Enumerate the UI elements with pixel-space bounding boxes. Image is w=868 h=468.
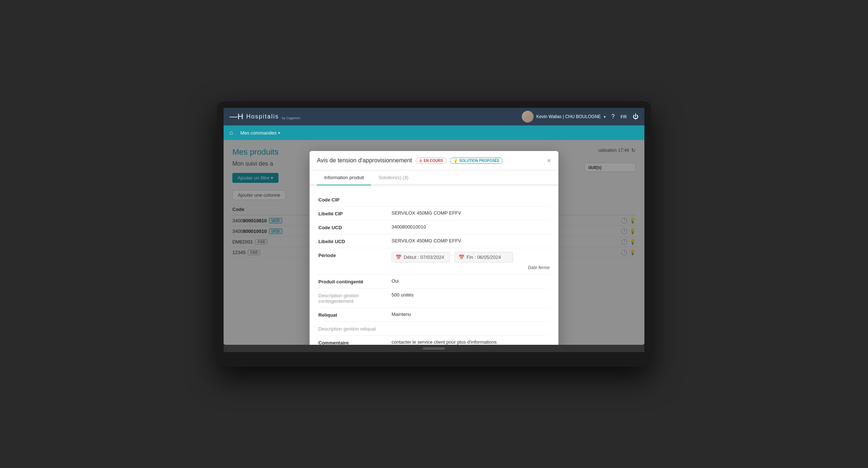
field-periode: Période 📅 Début : 07/03/2024 📅	[318, 248, 550, 275]
top-right: Kevin Wallas | CHU BOULOGNE ▾ ? FR ⏻	[522, 111, 639, 122]
date-debut: 📅 Début : 07/03/2024	[392, 252, 450, 263]
solution-label: SOLUTION PROPOSÉE	[459, 159, 500, 163]
help-icon[interactable]: ?	[611, 113, 615, 120]
date-fin-label: Fin : 06/05/2024	[467, 254, 501, 260]
warning-icon: ⚠	[419, 159, 422, 163]
modal-header: Avis de tension d'approvisionnement ⚠ EN…	[310, 151, 558, 170]
field-reliquat: Reliquat Maintenu	[318, 308, 550, 322]
logo-area: —H Hospitalis by Cagemini	[229, 112, 300, 121]
badge-solution: 💡 SOLUTION PROPOSÉE	[450, 158, 503, 164]
lang-label[interactable]: FR	[621, 114, 627, 120]
label-desc-contingentement: Description gestion contingentement	[318, 292, 392, 304]
value-code-ucd: 3400800010010	[392, 224, 550, 230]
modal-title: Avis de tension d'approvisionnement ⚠ EN…	[317, 157, 543, 164]
modal-tabs: Information produit Solution(s) (3)	[310, 170, 558, 185]
field-libelle-ucd: Libellé UCD SERVILOX 450MG COMP EFFV	[318, 234, 550, 248]
nav-mes-commandes[interactable]: Mes commandes ▾	[240, 130, 280, 136]
laptop-frame: —H Hospitalis by Cagemini Kevin Wallas |…	[217, 101, 651, 367]
periode-footer: Date ferme	[392, 264, 550, 271]
main-content: ualisation 17:44 ↻ Mes produits Mon suiv…	[224, 140, 644, 345]
user-name: Kevin Wallas | CHU BOULOGNE	[536, 114, 601, 119]
home-icon[interactable]: ⌂	[229, 129, 233, 136]
periode-container: 📅 Début : 07/03/2024 📅 Fin : 06/05/2024	[392, 252, 550, 271]
tab-information-produit[interactable]: Information produit	[317, 170, 371, 185]
field-desc-contingentement: Description gestion contingentement 500 …	[318, 288, 550, 308]
label-contingente: Produit contingenté	[318, 278, 392, 284]
nav-label: Mes commandes	[240, 130, 277, 136]
value-commentaire: contacter le service client pour plus d'…	[392, 339, 550, 345]
date-ferme-label: Date ferme	[528, 265, 550, 270]
laptop-chin	[224, 345, 644, 352]
label-libelle-cip: Libellé CIP	[318, 210, 392, 216]
chevron-down-icon: ▾	[604, 115, 606, 119]
value-libelle-ucd: SERVILOX 450MG COMP EFFV	[392, 238, 550, 244]
label-libelle-ucd: Libellé UCD	[318, 238, 392, 244]
modal-close-button[interactable]: ×	[547, 157, 551, 164]
modal-title-text: Avis de tension d'approvisionnement	[317, 157, 412, 164]
power-icon[interactable]: ⏻	[633, 113, 639, 120]
value-reliquat: Maintenu	[392, 312, 550, 317]
logo-sub: by Cagemini	[282, 116, 300, 120]
value-libelle-cip: SERVILOX 450MG COMP EFFV	[392, 210, 550, 216]
label-desc-reliquat: Description gestion reliquat	[318, 325, 392, 332]
laptop-notch	[423, 347, 445, 350]
label-periode: Période	[318, 252, 392, 258]
label-code-ucd: Code UCD	[318, 224, 392, 230]
value-desc-contingentement: 500 unités	[392, 292, 550, 298]
value-contingente: Oui	[392, 278, 550, 284]
screen: —H Hospitalis by Cagemini Kevin Wallas |…	[224, 108, 644, 345]
calendar-fin-icon: 📅	[459, 254, 464, 260]
nav-bar: ⌂ Mes commandes ▾	[224, 125, 644, 140]
label-commentaire: Commentaire	[318, 339, 392, 345]
field-code-ucd: Code UCD 3400800010010	[318, 220, 550, 234]
avatar-img	[522, 111, 534, 122]
label-reliquat: Reliquat	[318, 312, 392, 318]
badge-en-cours: ⚠ EN COURS	[416, 158, 446, 164]
field-desc-reliquat: Description gestion reliquat	[318, 322, 550, 336]
field-commentaire: Commentaire contacter le service client …	[318, 336, 550, 345]
user-info: Kevin Wallas | CHU BOULOGNE ▾	[522, 111, 606, 122]
bulb-icon: 💡	[453, 159, 458, 163]
logo-h-icon: —H	[229, 112, 243, 121]
nav-chevron-icon: ▾	[278, 131, 280, 135]
tab-solutions[interactable]: Solution(s) (3)	[371, 170, 416, 185]
modal: Avis de tension d'approvisionnement ⚠ EN…	[310, 151, 558, 345]
field-libelle-cip: Libellé CIP SERVILOX 450MG COMP EFFV	[318, 207, 550, 220]
modal-overlay: Avis de tension d'approvisionnement ⚠ EN…	[224, 140, 644, 345]
date-debut-label: Début : 07/03/2024	[404, 254, 444, 260]
top-bar: —H Hospitalis by Cagemini Kevin Wallas |…	[224, 108, 644, 125]
modal-body: Code CIP Libellé CIP SERVILOX 450MG COMP…	[310, 185, 558, 345]
avatar	[522, 111, 534, 122]
label-code-cip: Code CIP	[318, 196, 392, 203]
calendar-icon: 📅	[396, 254, 401, 260]
logo-text: Hospitalis	[246, 113, 279, 120]
field-code-cip: Code CIP	[318, 193, 550, 207]
en-cours-label: EN COURS	[424, 159, 443, 163]
periode-dates: 📅 Début : 07/03/2024 📅 Fin : 06/05/2024	[392, 252, 550, 263]
date-fin: 📅 Fin : 06/05/2024	[454, 252, 513, 263]
field-contingente: Produit contingenté Oui	[318, 275, 550, 288]
